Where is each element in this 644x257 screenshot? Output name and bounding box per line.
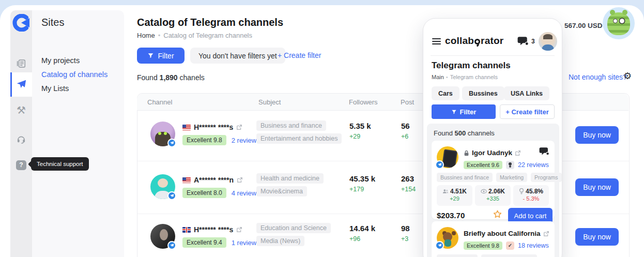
buy-now-button[interactable]: Buy now (575, 228, 619, 246)
collaborator-logo-icon[interactable] (12, 14, 30, 32)
filter-button[interactable]: Filter (137, 48, 185, 64)
subject-tag: Media (News) (256, 236, 304, 246)
gear-icon[interactable]: ⚙ (623, 70, 632, 82)
subject-tag: Health and medicine (256, 173, 324, 184)
sidebar-item-support-headset[interactable] (10, 127, 32, 151)
rating-badge: Excellent 9.6 (464, 161, 502, 169)
rating-row: Excellent 9.8 ✓ 18 reviews (464, 241, 549, 250)
sidebar-item-my-lists[interactable]: My Lists (41, 84, 69, 93)
channel-name: H****** ****s (194, 225, 233, 234)
tag: Media (News) (437, 254, 478, 257)
collaborator-wordmark: collabrator (445, 35, 503, 47)
not-enough-sites-link[interactable]: Not enough sites? (569, 73, 627, 81)
channel-avatar (437, 146, 458, 168)
breadcrumb-home[interactable]: Home (137, 32, 155, 39)
found-prefix: Found (137, 73, 158, 82)
external-link-icon[interactable] (515, 150, 521, 156)
rating-badge: Excellent 9.4 (182, 237, 226, 248)
stat-value: 2.06K (488, 188, 505, 195)
channel-name-row: Igor Uadnyk (464, 149, 521, 157)
err-bulb-icon (519, 188, 524, 194)
stat-err: 45.8% - 5.3% (513, 185, 549, 206)
reviews-link[interactable]: 22 reviews (518, 161, 549, 169)
phone-create-filter-button[interactable]: + Create filter (500, 104, 555, 119)
user-avatar[interactable] (539, 32, 557, 51)
reviews-link[interactable]: 1 review (232, 239, 256, 247)
external-link-icon[interactable] (543, 231, 549, 237)
mobile-app-overlay: collabrator 3 Telegram channels Main•Tel… (423, 18, 562, 257)
reviews-link[interactable]: 18 reviews (518, 242, 549, 249)
balance-currency-selector[interactable]: 567.00 USD▾ (564, 22, 607, 29)
col-header-post: Post (401, 98, 414, 106)
breadcrumb-current: Catalog of Telegram channels (163, 32, 252, 39)
phone-breadcrumb-home[interactable]: Main (432, 74, 444, 80)
sidebar-item-my-projects[interactable]: My projects (41, 56, 80, 65)
channel-name: A****** ****n (194, 176, 234, 184)
channel-avatar (437, 227, 458, 249)
anonymous-badge-icon (506, 161, 514, 169)
us-flag-icon (182, 177, 191, 183)
chat-count-badge: 3 (531, 38, 535, 45)
buy-now-button[interactable]: Buy now (575, 178, 619, 196)
chat-bubble-icon[interactable] (539, 147, 549, 156)
external-link-icon[interactable] (237, 177, 243, 183)
hamburger-menu-icon[interactable] (432, 38, 441, 44)
phone-breadcrumb-current: Telegram channels (450, 74, 498, 80)
tag: Programs (531, 173, 562, 182)
rating-row: Excellent 9.6 22 reviews (464, 161, 549, 169)
reviews-link[interactable]: 4 reviews (232, 189, 260, 197)
chat-bubble-icon[interactable] (517, 36, 529, 47)
found-suffix: channels (468, 129, 495, 137)
us-flag-icon (182, 125, 191, 130)
telegram-badge-icon (167, 191, 176, 200)
found-count: 500 (455, 129, 466, 137)
found-count-line: Found 1,890 chanels (137, 73, 205, 82)
stat-subscribers: 4.51K +29 (437, 185, 472, 206)
stat-views: 2.06K +335 (475, 185, 511, 206)
channel-avatar (150, 122, 175, 146)
stat-delta: +335 (475, 195, 511, 202)
rating-badge: Excellent 9.8 (182, 135, 226, 145)
tab-usa-links[interactable]: USA Links (504, 86, 549, 100)
page-title: Catalog of Telegram channels (137, 17, 283, 28)
channel-avatar (150, 224, 175, 249)
phone-breadcrumb: Main•Telegram channels (432, 74, 498, 80)
sidebar-item-catalog-of-channels[interactable]: Catalog of channels (41, 70, 108, 79)
external-link-icon[interactable] (236, 124, 242, 130)
mascot-avatar (603, 7, 635, 39)
breadcrumb-separator: • (158, 32, 161, 39)
col-header-followers: Followers (349, 98, 378, 106)
posts-value: 56 (401, 122, 410, 130)
breadcrumb-separator: • (446, 74, 448, 80)
tab-cars[interactable]: Cars (432, 86, 459, 100)
telegram-badge-icon (167, 139, 176, 147)
telegram-badge-icon (435, 241, 444, 250)
telegram-badge-icon (435, 160, 444, 169)
channel-name: H****** ****s (194, 123, 233, 131)
stat-value: 45.8% (526, 188, 543, 195)
reviews-link[interactable]: 2 reviews (232, 137, 260, 144)
headset-icon (16, 134, 26, 144)
buy-now-button[interactable]: Buy now (575, 126, 619, 144)
phone-found-line: Found 500 channels (434, 129, 495, 137)
found-count: 1,890 (160, 73, 178, 82)
sidebar-item-tools[interactable]: ⚒ (10, 98, 32, 122)
tag: Bussines and finace (481, 254, 537, 257)
logo-text-left: collab (445, 35, 474, 47)
rating-badge: Excellent 8.0 (182, 188, 226, 198)
chat-question-icon: ? (16, 160, 26, 170)
channel-name: Briefly about California (464, 230, 541, 237)
external-link-icon[interactable] (236, 226, 242, 233)
posts-delta: +154 (401, 186, 416, 193)
phone-filter-button[interactable]: Filter (432, 104, 496, 119)
favorite-star-icon[interactable] (493, 209, 502, 219)
subscribers-icon (442, 189, 449, 194)
channel-card: Igor Uadnyk Excellent 9.6 22 reviews Bus… (432, 141, 555, 219)
tab-bussines[interactable]: Bussines (462, 86, 504, 100)
sites-panel (32, 10, 124, 257)
sidebar-item-channels[interactable] (10, 72, 32, 96)
divider (431, 55, 555, 56)
channel-name: Igor Uadnyk (472, 149, 512, 157)
create-filter-link[interactable]: + Create filter (278, 51, 321, 59)
posts-value: 263 (401, 174, 414, 183)
